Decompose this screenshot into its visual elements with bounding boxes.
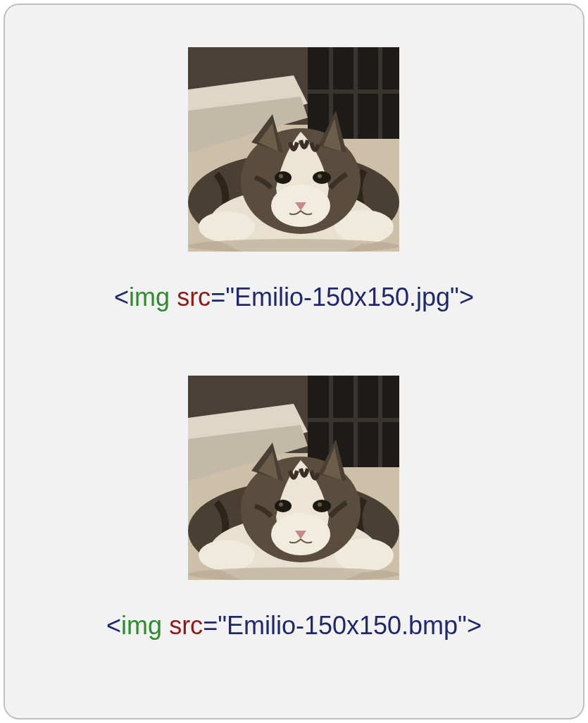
bracket-open: <: [114, 283, 129, 311]
svg-point-19: [275, 171, 292, 184]
example-2: <img src="Emilio-150x150.bmp">: [106, 376, 482, 641]
equals-sign: =: [211, 283, 225, 311]
svg-point-35: [199, 540, 255, 571]
bracket-open: <: [106, 611, 121, 640]
svg-rect-6: [308, 89, 399, 94]
tag-name: img: [129, 283, 170, 311]
examples-panel: <img src="Emilio-150x150.jpg">: [4, 4, 584, 719]
bracket-close: >: [459, 283, 474, 311]
svg-rect-30: [308, 418, 399, 422]
code-line-2: <img src="Emilio-150x150.bmp">: [106, 611, 482, 641]
svg-point-22: [318, 174, 322, 178]
attr-name: src: [169, 611, 203, 640]
svg-point-20: [313, 171, 331, 184]
attr-value: "Emilio-150x150.jpg": [225, 283, 459, 311]
code-line-1: <img src="Emilio-150x150.jpg">: [114, 283, 474, 312]
attr-name: src: [177, 283, 211, 311]
attr-value: "Emilio-150x150.bmp": [218, 611, 467, 640]
svg-point-43: [275, 500, 292, 512]
svg-point-46: [318, 502, 322, 507]
example-1: <img src="Emilio-150x150.jpg">: [114, 47, 474, 312]
cat-image-jpg: [188, 47, 399, 252]
svg-point-45: [279, 502, 283, 507]
svg-point-44: [313, 500, 331, 512]
svg-point-21: [279, 174, 283, 178]
cat-image-bmp: [188, 376, 399, 580]
equals-sign: =: [203, 611, 218, 640]
tag-name: img: [121, 611, 162, 640]
bracket-close: >: [467, 611, 482, 640]
svg-point-11: [199, 211, 255, 242]
